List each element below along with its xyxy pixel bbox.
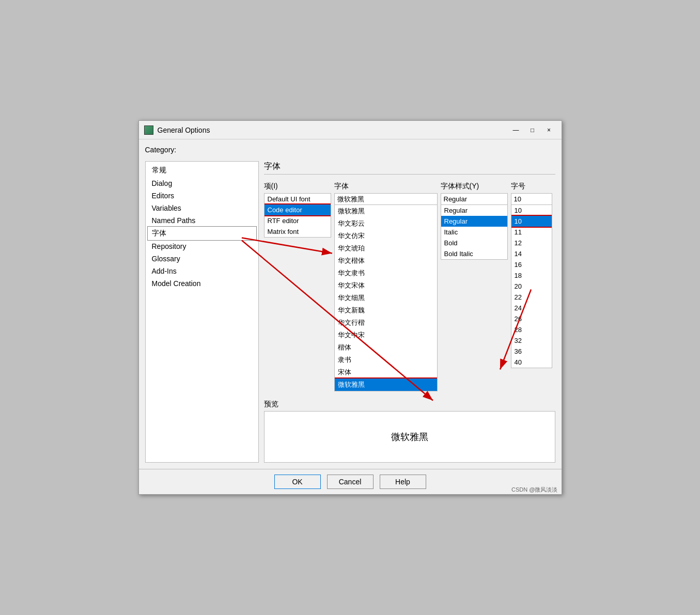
- col-size-header: 字号: [511, 182, 552, 191]
- right-panel: 字体 项(I) Default UI fontCode editorRTF ed…: [264, 161, 555, 463]
- close-button[interactable]: ×: [542, 124, 556, 136]
- font-list-item[interactable]: 隶书: [335, 354, 437, 366]
- col-items: 项(I) Default UI fontCode editorRTF edito…: [264, 182, 331, 391]
- style-input[interactable]: [441, 194, 507, 205]
- size-list-item[interactable]: 28: [511, 324, 552, 335]
- category-item-modelcreation[interactable]: Model Creation: [148, 277, 256, 290]
- preview-label: 预览: [264, 400, 555, 409]
- font-columns: 项(I) Default UI fontCode editorRTF edito…: [264, 182, 555, 391]
- size-list-item[interactable]: 26: [511, 313, 552, 324]
- size-list-item[interactable]: 36: [511, 346, 552, 357]
- category-item-editors[interactable]: Editors: [148, 190, 256, 202]
- window-controls: — □ ×: [509, 124, 556, 136]
- dialog-body: Category: 常规DialogEditorsVariablesNamed …: [139, 139, 562, 469]
- font-section-title: 字体: [264, 161, 555, 175]
- maximize-button[interactable]: □: [525, 124, 540, 136]
- size-list-item[interactable]: 18: [511, 270, 552, 281]
- col-font: 字体 微软雅黑华文彩云华文仿宋华文琥珀华文楷体华文隶书华文宋体华文细黑华文新魏华…: [334, 182, 438, 391]
- font-list[interactable]: 微软雅黑华文彩云华文仿宋华文琥珀华文楷体华文隶书华文宋体华文细黑华文新魏华文行楷…: [335, 205, 437, 391]
- size-list-item[interactable]: 10: [511, 205, 552, 216]
- size-list-item[interactable]: 32: [511, 335, 552, 346]
- size-list-item[interactable]: 22: [511, 292, 552, 303]
- font-list-item[interactable]: 宋体: [335, 366, 437, 379]
- style-list-item[interactable]: Bold Italic: [441, 248, 507, 259]
- category-panel: 常规DialogEditorsVariablesNamed Paths字体Rep…: [145, 161, 259, 463]
- col-items-header: 项(I): [264, 182, 331, 191]
- size-list-item[interactable]: 16: [511, 259, 552, 270]
- category-item-glossary[interactable]: Glossary: [148, 253, 256, 265]
- font-input[interactable]: [335, 194, 437, 205]
- items-list-item[interactable]: Code editor: [265, 204, 331, 215]
- font-list-item[interactable]: 微软雅黑: [335, 379, 437, 391]
- items-list-wrapper: Default UI fontCode editorRTF editorMatr…: [264, 193, 331, 238]
- size-list-item[interactable]: 14: [511, 248, 552, 259]
- size-list-item[interactable]: 24: [511, 303, 552, 313]
- font-list-item[interactable]: 楷体: [335, 341, 437, 354]
- category-item-repository[interactable]: Repository: [148, 240, 256, 253]
- font-list-item[interactable]: 华文行楷: [335, 317, 437, 329]
- font-list-item[interactable]: 华文彩云: [335, 217, 437, 230]
- style-list-item[interactable]: Regular: [441, 205, 507, 216]
- font-list-item[interactable]: 华文楷体: [335, 255, 437, 267]
- category-item-fonts[interactable]: 字体: [148, 227, 256, 240]
- font-list-item[interactable]: 华文琥珀: [335, 242, 437, 255]
- minimize-button[interactable]: —: [509, 124, 523, 136]
- col-style-header: 字体样式(Y): [441, 182, 508, 191]
- category-item-dialog[interactable]: Dialog: [148, 177, 256, 190]
- style-list-item[interactable]: Bold: [441, 238, 507, 248]
- size-list[interactable]: 101011121416182022242628323640: [511, 205, 552, 368]
- style-list[interactable]: RegularRegularItalicBoldBold Italic: [441, 205, 507, 259]
- size-list-item[interactable]: 11: [511, 227, 552, 238]
- font-list-item[interactable]: 微软雅黑: [335, 205, 437, 217]
- col-style: 字体样式(Y) RegularRegularItalicBoldBold Ita…: [441, 182, 508, 391]
- items-list-item[interactable]: Matrix font: [265, 226, 331, 237]
- size-list-item[interactable]: 10: [511, 216, 552, 227]
- font-list-wrapper: 微软雅黑华文彩云华文仿宋华文琥珀华文楷体华文隶书华文宋体华文细黑华文新魏华文行楷…: [334, 193, 438, 391]
- style-list-item[interactable]: Regular: [441, 216, 507, 227]
- col-font-header: 字体: [334, 182, 438, 191]
- preview-text: 微软雅黑: [391, 431, 428, 443]
- font-list-item[interactable]: 华文仿宋: [335, 230, 437, 242]
- preview-box: 微软雅黑: [264, 411, 555, 463]
- size-list-wrapper: 101011121416182022242628323640: [511, 193, 552, 368]
- cancel-button[interactable]: Cancel: [327, 475, 374, 489]
- font-list-item[interactable]: 华文隶书: [335, 267, 437, 279]
- main-content: 常规DialogEditorsVariablesNamed Paths字体Rep…: [145, 161, 555, 463]
- preview-section: 预览 微软雅黑: [264, 400, 555, 463]
- col-size: 字号 101011121416182022242628323640: [511, 182, 552, 391]
- title-bar: General Options — □ ×: [139, 121, 562, 139]
- category-item-namedpaths[interactable]: Named Paths: [148, 214, 256, 227]
- style-list-item[interactable]: Italic: [441, 227, 507, 238]
- font-list-item[interactable]: 华文中宋: [335, 329, 437, 341]
- size-list-item[interactable]: 20: [511, 281, 552, 292]
- dialog-title: General Options: [158, 126, 210, 134]
- style-list-wrapper: RegularRegularItalicBoldBold Italic: [441, 193, 508, 260]
- font-list-item[interactable]: 华文细黑: [335, 292, 437, 304]
- font-list-item[interactable]: 华文新魏: [335, 304, 437, 317]
- app-icon: [144, 125, 153, 135]
- items-list-item[interactable]: RTF editor: [265, 215, 331, 226]
- items-list-item[interactable]: Default UI font: [265, 194, 331, 204]
- font-list-item[interactable]: 华文宋体: [335, 279, 437, 292]
- category-item-general[interactable]: 常规: [148, 164, 256, 177]
- ok-button[interactable]: OK: [274, 475, 321, 489]
- help-button[interactable]: Help: [380, 475, 426, 489]
- dialog-footer: OK Cancel Help: [139, 469, 562, 494]
- size-list-item[interactable]: 12: [511, 238, 552, 248]
- category-item-addins[interactable]: Add-Ins: [148, 265, 256, 277]
- category-item-variables[interactable]: Variables: [148, 202, 256, 214]
- size-list-item[interactable]: 40: [511, 357, 552, 368]
- category-label: Category:: [145, 146, 555, 154]
- size-input[interactable]: [511, 194, 552, 205]
- watermark: CSDN @微风淡淡: [511, 486, 557, 494]
- items-list[interactable]: Default UI fontCode editorRTF editorMatr…: [265, 194, 331, 237]
